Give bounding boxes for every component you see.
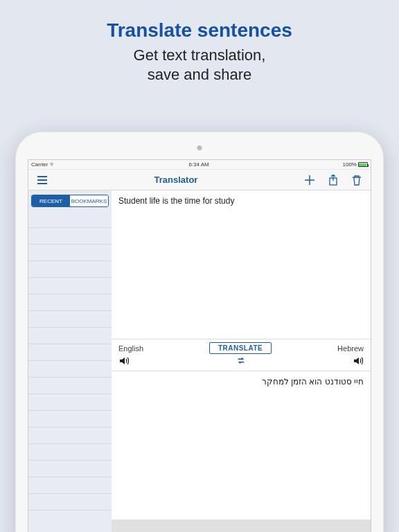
app-screen: Carrier ᯤ 6:34 AM 100% Translator <box>28 159 371 532</box>
list-item[interactable] <box>28 211 112 228</box>
add-icon[interactable] <box>304 175 315 186</box>
list-item[interactable] <box>28 378 112 394</box>
promo-title: Translate sentences <box>0 19 399 42</box>
list-item[interactable] <box>28 361 112 378</box>
nav-bar: Translator <box>28 170 371 190</box>
list-item[interactable] <box>28 245 112 261</box>
menu-icon[interactable] <box>37 175 48 186</box>
status-right: 100% <box>343 161 368 168</box>
target-text-area[interactable]: חיי סטודנט הוא הזמן למחקר <box>112 371 371 520</box>
history-list[interactable] <box>28 211 112 532</box>
tab-recent[interactable]: RECENT <box>32 195 70 206</box>
status-bar: Carrier ᯤ 6:34 AM 100% <box>28 160 371 170</box>
tab-bookmarks[interactable]: BOOKMARKS <box>70 195 108 206</box>
swap-languages-icon[interactable] <box>236 356 247 366</box>
promo-sub-line1: Get text translation, <box>0 46 399 65</box>
content-area: RECENT BOOKMARKS <box>28 190 371 532</box>
list-item[interactable] <box>28 477 112 494</box>
carrier-label: Carrier <box>31 161 48 168</box>
battery-percent: 100% <box>343 161 357 168</box>
control-row <box>112 354 371 371</box>
translate-button[interactable]: TRANSLATE <box>209 342 272 354</box>
list-item[interactable] <box>28 328 112 344</box>
list-item[interactable] <box>28 461 112 477</box>
segment-control: RECENT BOOKMARKS <box>31 195 109 207</box>
source-lang-label[interactable]: English <box>118 344 143 353</box>
wifi-icon: ᯤ <box>50 161 55 168</box>
list-item[interactable] <box>28 444 112 461</box>
speak-source-icon[interactable] <box>118 355 130 366</box>
bottom-bar <box>112 520 371 532</box>
target-lang-label[interactable]: Hebrew <box>337 344 364 353</box>
list-item[interactable] <box>28 228 112 245</box>
source-text-area[interactable]: Student life is the time for study <box>112 190 371 339</box>
language-row: English TRANSLATE Hebrew <box>112 339 371 354</box>
list-item[interactable] <box>28 311 112 328</box>
list-item[interactable] <box>28 294 112 311</box>
tablet-frame: Carrier ᯤ 6:34 AM 100% Translator <box>15 132 384 532</box>
list-item[interactable] <box>28 261 112 278</box>
status-carrier: Carrier ᯤ <box>31 161 55 168</box>
list-item[interactable] <box>28 278 112 294</box>
nav-actions <box>304 175 362 186</box>
list-item[interactable] <box>28 344 112 361</box>
battery-icon <box>358 162 368 167</box>
list-item[interactable] <box>28 411 112 427</box>
sidebar: RECENT BOOKMARKS <box>28 190 112 532</box>
list-item[interactable] <box>28 494 112 511</box>
share-icon[interactable] <box>328 175 339 186</box>
trash-icon[interactable] <box>351 175 362 186</box>
status-time: 6:34 AM <box>188 161 209 168</box>
speak-target-icon[interactable] <box>353 355 364 366</box>
promo-sub-line2: save and share <box>0 65 399 85</box>
main-panel: Student life is the time for study Engli… <box>112 190 371 532</box>
promo-subtitle: Get text translation, save and share <box>0 46 399 84</box>
list-item[interactable] <box>28 427 112 444</box>
list-item[interactable] <box>28 394 112 411</box>
nav-title: Translator <box>59 175 293 185</box>
